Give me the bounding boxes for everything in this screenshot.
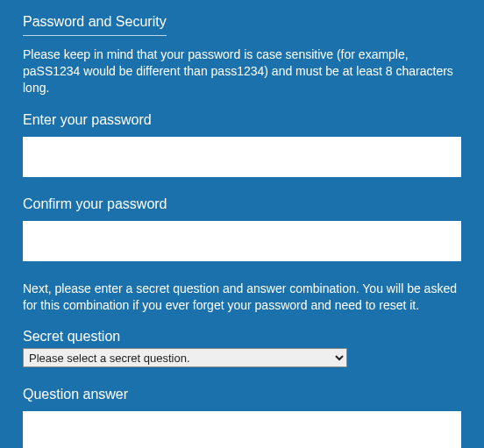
confirm-password-label: Confirm your password bbox=[23, 196, 461, 212]
confirm-password-input[interactable] bbox=[23, 221, 461, 261]
enter-password-label: Enter your password bbox=[23, 112, 461, 128]
question-answer-input[interactable] bbox=[23, 411, 461, 448]
section-title: Password and Security bbox=[23, 14, 167, 36]
enter-password-input[interactable] bbox=[23, 137, 461, 177]
password-hint-text: Please keep in mind that your password i… bbox=[23, 46, 461, 96]
secret-question-label: Secret question bbox=[23, 329, 461, 345]
question-answer-label: Question answer bbox=[23, 387, 461, 402]
secret-question-select[interactable]: Please select a secret question. bbox=[23, 348, 347, 367]
secret-question-hint-text: Next, please enter a secret question and… bbox=[23, 281, 461, 314]
